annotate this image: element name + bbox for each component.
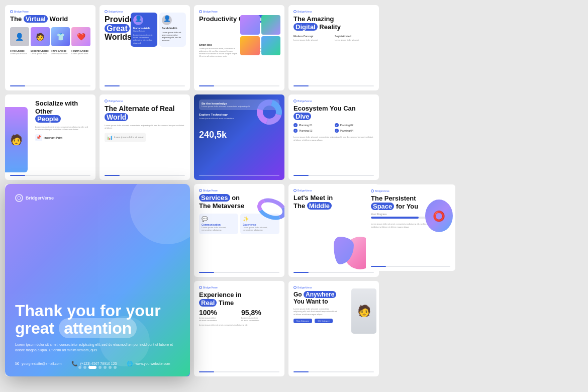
ps-ring-image: ⭕ (425, 200, 453, 232)
slide-meet-middle: BridgerVerse Let's Meet inThe Middle (288, 184, 379, 277)
brand-ps: BridgerVerse (371, 189, 450, 192)
stat-icon: 📊 (107, 135, 113, 140)
bottom-line-blue-svc (199, 272, 214, 273)
svc-icon-1: 💬 (202, 216, 236, 222)
bottom-line-blue-go (293, 371, 309, 372)
ps-progress-fill (371, 217, 419, 219)
exp-title: Experience in Real Time (199, 291, 279, 307)
exp-stat1: 100% Lorem ipsum dolor sit amet consecte… (199, 309, 237, 322)
ellipse-icon (254, 194, 284, 224)
svg-point-0 (18, 197, 21, 200)
dot-7 (114, 366, 117, 369)
bottom-line-blue-middle (293, 272, 309, 273)
slide-provide-worlds: BridgerVerse Provide Great Worlds 👤 Mari… (100, 5, 190, 90)
main-brand-circle (15, 194, 23, 202)
stat1-desc: sit amet consectetur (199, 319, 237, 322)
slide7-stat: 240,5k (199, 130, 279, 140)
slide3-img1 (240, 15, 260, 35)
brand-1: BridgerVerse (10, 10, 90, 13)
slide-persistent-space: BridgerVerse The Persistent Space for Yo… (366, 184, 455, 271)
slide1-img4: ❤️ (71, 27, 90, 46)
plan-3: ✓ Planning 03 (293, 129, 333, 133)
dot-3 (88, 366, 96, 369)
check-1: ✓ (293, 123, 298, 127)
brand-dot-svc (199, 189, 202, 192)
brand-dot-6 (105, 100, 108, 103)
contact-email: ✉ yourgreatsite@email.com (15, 361, 61, 366)
brand-dot-ps (371, 189, 374, 192)
slide4-title: The Amazing Digital Reality (293, 15, 374, 31)
slide8-desc: Lorem ipsum dolor sit amet, consectetur … (293, 136, 374, 141)
plan-4: ✓ Planning 04 (335, 129, 374, 133)
slide3-col1: Smart Idea Lorem ipsum dolor sit amet, c… (199, 43, 238, 58)
svc-card-1: 💬 Communication Lorem ipsum dolor sit am… (199, 214, 238, 234)
bottom-line-blue-5 (10, 175, 25, 176)
caption-3: Third Choice Lorem ipsum dolor (51, 49, 70, 55)
slide1-img1: 👤 (10, 27, 29, 46)
brand-6: BridgerVerse (105, 100, 185, 103)
dot-2 (83, 366, 86, 369)
slide3-img3 (240, 36, 260, 56)
slide6-title: The Alternate of Real World (105, 105, 185, 122)
avatar-1: 👤 (133, 15, 143, 25)
slide6-desc: Lorem ipsum dolor sit amet, consectetur … (105, 124, 185, 130)
slide4-content: Modern Concept Lorem ipsum dolor sit ame… (293, 35, 374, 41)
brand-dot-1 (10, 10, 13, 13)
slide5-title: Socialize with Other People (35, 100, 90, 123)
plan-2: ✓ Planning 02 (335, 123, 374, 127)
slide4-col1: Modern Concept Lorem ipsum dolor sit ame… (293, 35, 333, 41)
main-content: Thank you for your great attention Lorem… (15, 297, 180, 366)
slide-ecosystem: BridgerVerse Ecosystem You Can Dive ✓ Pl… (288, 94, 379, 180)
torus-icon (252, 95, 284, 129)
bottom-line-blue-8 (293, 175, 309, 176)
caption-4: Fourth Choice Lorem ipsum dolor (71, 49, 90, 55)
brand-dot-2 (105, 10, 108, 13)
brand-4: BridgerVerse (293, 10, 374, 13)
slide-virtual-world: BridgerVerse The Virtual World 👤 🧑 👕 ❤️ … (5, 5, 95, 90)
slide-experience: BridgerVerse Experience in Real Time 100… (194, 281, 284, 376)
go-person-img: 🧑 (351, 288, 376, 334)
slide-services-metaverse: BridgerVerse Services onThe Metaverse 💬 … (194, 184, 284, 277)
bottom-line-blue-3 (199, 85, 214, 86)
brand-dot-3 (199, 10, 202, 13)
point-icon: 📌 (35, 134, 42, 141)
slide-go-anywhere: BridgerVerse Go Anywhere You Want to Lor… (288, 281, 379, 376)
slide8-title: Ecosystem You Can Dive (293, 105, 374, 120)
blob2 (100, 316, 150, 366)
exp-stat2: 95,8% Lorem ipsum dolor sit amet consect… (241, 309, 279, 322)
slide1-img3: 👕 (51, 27, 70, 46)
dot-5 (104, 366, 107, 369)
brand-dot-middle (293, 189, 297, 192)
dot-1 (78, 366, 81, 369)
slide-productivity: BridgerVerse Productivity Get Better Sma… (194, 5, 284, 90)
brand-dot-go (293, 286, 297, 289)
slide6-stat: 📊 lorem ipsum dolor sit amet (105, 133, 146, 142)
bottom-line-blue-1 (10, 85, 25, 86)
plan-1: ✓ Planning 01 (293, 123, 333, 127)
slide5-desc: Lorem ipsum dolor sit amet, consectetur … (35, 126, 90, 131)
slide3-images (240, 15, 280, 55)
brand-middle: BridgerVerse (293, 189, 374, 192)
bottom-line-blue-2 (105, 85, 120, 86)
avatar-2: 👤 (162, 15, 172, 25)
blob1 (130, 184, 190, 244)
stat2-desc: sit amet consectetur (241, 319, 279, 322)
phone-icon: 📞 (71, 361, 77, 366)
slide-digital-reality: BridgerVerse The Amazing Digital Reality… (288, 5, 379, 90)
exp-desc: Lorem ipsum dolor sit amet, consectetur … (199, 324, 279, 327)
bottom-line-blue-exp (199, 371, 214, 372)
slide1-image-row: 👤 🧑 👕 ❤️ (10, 27, 90, 46)
slide-explore: Be the knowledge Lorem ipsum dolor sit a… (194, 94, 284, 180)
slide-socialize: 🧑 Socialize with Other People Lorem ipsu… (5, 94, 95, 180)
check-4: ✓ (335, 129, 339, 133)
dot-4 (99, 366, 102, 369)
bottom-line-7 (199, 175, 279, 176)
slide1-img2: 🧑 (31, 27, 50, 46)
go-title: Go Anywhere You Want to (293, 291, 339, 306)
slide5-content: Socialize with Other People Lorem ipsum … (35, 100, 90, 141)
slide1-title: The Virtual World (10, 15, 90, 23)
brand-3: BridgerVerse (199, 10, 279, 13)
slide2-profiles: 👤 Mariana Ariela Guest Future Lorem ipsu… (131, 13, 186, 47)
badge-new: New Category (293, 319, 312, 323)
go-desc: Lorem ipsum dolor sit amet, consectetur … (293, 308, 339, 316)
